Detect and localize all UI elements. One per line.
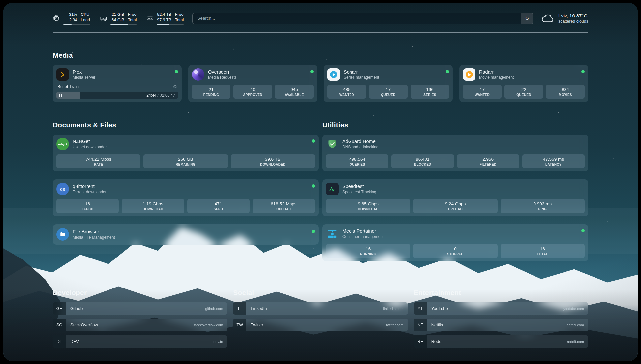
- resource-widgets: 31% 2.94 CPU Load: [53, 12, 184, 25]
- stat-label: DOWNLOADED: [232, 163, 314, 166]
- stat-label: RATE: [58, 163, 139, 166]
- stat-value: 17: [464, 87, 500, 92]
- qbittorrent-icon: qb: [56, 183, 69, 195]
- memory-usage-bar: [110, 24, 137, 25]
- bookmark-stackoverflow[interactable]: SO StackOverflow stackoverflow.com: [53, 319, 227, 331]
- stat-label: WANTED: [464, 93, 500, 97]
- service-card-portainer[interactable]: Media Portainer Container management 16 …: [322, 224, 588, 261]
- disk-total-value: 97.9 TB: [157, 17, 171, 23]
- stat-box: 40 APPROVED: [233, 85, 272, 99]
- bookmark-name: Github: [70, 306, 83, 311]
- stat-value: 47.569 ms: [524, 157, 583, 162]
- stat-box: 744.21 Mbps RATE: [56, 154, 140, 168]
- bookmark-reddit[interactable]: RE Reddit reddit.com: [414, 335, 588, 348]
- stat-box: 834 MOVIES: [546, 85, 585, 99]
- service-desc: Movie management: [479, 75, 514, 80]
- gear-icon[interactable]: ⚙: [173, 84, 177, 89]
- service-card-nzbget[interactable]: nzbget NZBGet Usenet downloader 744.21 M…: [53, 135, 319, 171]
- bookmark-netflix[interactable]: NF Netflix netflix.com: [414, 319, 588, 331]
- section-media: Media Plex Media server: [53, 51, 588, 102]
- disk-widget: 52.4 TB 97.9 TB Free Total: [146, 12, 184, 25]
- service-desc: Media File Management: [73, 235, 115, 240]
- stat-label: APPROVED: [235, 93, 271, 97]
- stat-label: MOVIES: [547, 93, 583, 97]
- service-desc: Series management: [344, 75, 379, 80]
- service-desc: Torrent downloader: [73, 190, 107, 194]
- weather-condition: scattered clouds: [558, 19, 588, 24]
- stat-label: RUNNING: [327, 252, 409, 256]
- stat-box: 9.24 Gbps UPLOAD: [413, 199, 497, 213]
- stat-label: UPLOAD: [414, 207, 496, 211]
- bookmark-url: linkedin.com: [383, 307, 404, 311]
- status-dot: [581, 70, 585, 73]
- memory-icon: [100, 15, 107, 22]
- bookmark-url: github.com: [205, 307, 223, 311]
- stat-value: 21: [193, 87, 229, 92]
- service-desc: Media Requests: [208, 75, 237, 80]
- stat-value: 86,401: [393, 157, 452, 162]
- dashboard-screen: 31% 2.94 CPU Load: [3, 3, 638, 361]
- bookmark-youtube[interactable]: YT YouTube youtube.com: [414, 302, 588, 315]
- bookmark-name: LinkedIn: [251, 306, 267, 311]
- service-card-speedtest[interactable]: Speedtest Speedtest Tracking 9.65 Gbps D…: [322, 179, 588, 216]
- search-provider-button[interactable]: G: [521, 13, 533, 24]
- disk-usage-bar: [157, 24, 184, 25]
- memory-total-label: Total: [128, 17, 137, 23]
- stat-label: PING: [502, 207, 583, 211]
- bookmark-url: youtube.com: [563, 307, 584, 311]
- stat-label: QUERIES: [327, 163, 387, 166]
- search-input[interactable]: [193, 13, 521, 24]
- service-card-qbittorrent[interactable]: qb qBittorrent Torrent downloader 16 LEE…: [53, 179, 319, 216]
- stat-label: PENDING: [193, 93, 229, 97]
- service-name: Overseerr: [208, 69, 237, 75]
- bookmark-linkedin[interactable]: LI LinkedIn linkedin.com: [233, 302, 408, 315]
- memory-total-value: 64 GiB: [112, 17, 124, 23]
- bookmark-abbr: DT: [53, 335, 66, 348]
- stat-box: 471 SEED: [187, 199, 250, 213]
- bookmark-url: stackoverflow.com: [193, 323, 223, 327]
- bookmark-twitter[interactable]: TW Twitter twitter.com: [233, 319, 408, 331]
- service-card-filebrowser[interactable]: File Browser Media File Management: [53, 224, 319, 245]
- bookmark-github[interactable]: GH Github github.com: [53, 302, 227, 315]
- overseerr-icon: [192, 68, 204, 81]
- memory-free-value: 21 GiB: [112, 12, 124, 17]
- stat-value: 196: [412, 87, 448, 92]
- service-name: Speedtest: [342, 184, 376, 189]
- stat-box: 16 LEECH: [56, 199, 119, 213]
- stat-value: 0.993 ms: [502, 201, 583, 206]
- service-card-sonarr[interactable]: Sonarr Series management 485 WANTED 17 Q…: [324, 65, 453, 102]
- stat-value: 16: [327, 246, 409, 251]
- memory-widget: 21 GiB 64 GiB Free Total: [100, 12, 137, 25]
- stat-label: TOTAL: [502, 252, 583, 256]
- stat-box: 498,564 QUERIES: [326, 154, 388, 168]
- stat-label: QUEUED: [506, 93, 542, 97]
- speedtest-icon: [326, 183, 339, 195]
- service-card-radarr[interactable]: Radarr Movie management 17 WANTED 22 QUE…: [459, 65, 588, 102]
- bookmark-name: StackOverflow: [70, 322, 98, 327]
- stat-box: 0.993 ms PING: [501, 199, 585, 213]
- service-card-plex[interactable]: Plex Media server Bullet Train ⚙ 24:44: [53, 65, 182, 102]
- stat-box: 2,956 FILTERED: [457, 154, 519, 168]
- stat-value: 16: [502, 246, 583, 251]
- stat-label: LEECH: [58, 207, 117, 211]
- section-title-social: Social: [233, 289, 408, 297]
- stat-value: 266 GB: [145, 157, 226, 162]
- bookmark-name: Reddit: [431, 339, 444, 344]
- bookmark-dev[interactable]: DT DEV dev.to: [53, 335, 227, 348]
- stat-value: 1.19 Gbps: [123, 201, 183, 206]
- service-card-adguard[interactable]: AdGuard Home DNS and adblocking 498,564 …: [322, 135, 588, 171]
- cpu-usage-label: CPU: [81, 12, 90, 17]
- playback-elapsed: 24:44: [146, 93, 156, 98]
- service-card-overseerr[interactable]: Overseerr Media Requests 21 PENDING 40 A…: [188, 65, 317, 102]
- stat-box: 266 GB REMAINING: [143, 154, 228, 168]
- stat-value: 471: [189, 201, 248, 206]
- cpu-load-value: 2.94: [69, 17, 77, 23]
- bookmark-abbr: RE: [414, 335, 427, 348]
- service-name: Plex: [73, 69, 95, 75]
- bookmark-url: netflix.com: [566, 323, 584, 327]
- bookmark-name: Twitter: [251, 322, 263, 327]
- section-documents: Documents & Files nzbget NZBGet Usenet d…: [53, 115, 319, 261]
- section-entertainment: Entertainment YT YouTube youtube.com NF …: [414, 283, 588, 348]
- stat-label: UPLOAD: [254, 207, 314, 211]
- stat-value: 498,564: [327, 157, 387, 162]
